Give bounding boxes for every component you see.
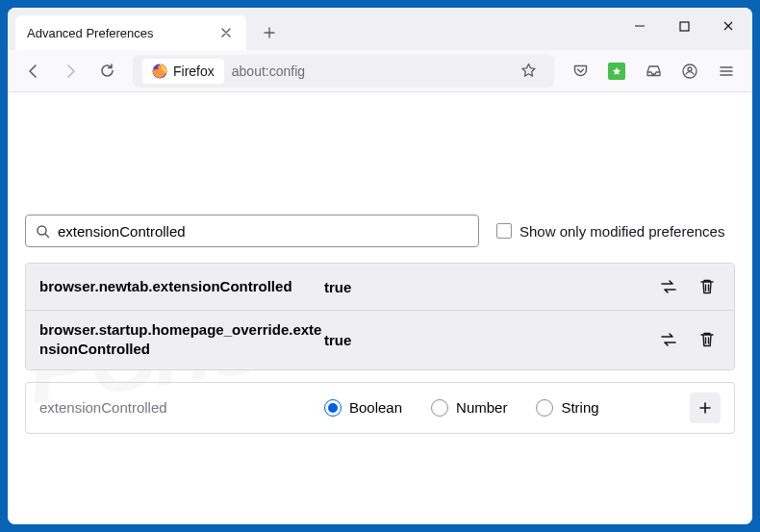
minimize-icon bbox=[634, 20, 646, 32]
toggle-icon bbox=[659, 279, 678, 294]
pref-actions bbox=[655, 326, 721, 353]
tab-advanced-preferences[interactable]: Advanced Preferences bbox=[15, 15, 246, 50]
minimize-button[interactable] bbox=[618, 8, 662, 44]
maximize-icon bbox=[679, 21, 690, 32]
hamburger-icon bbox=[719, 63, 734, 79]
trash-icon bbox=[699, 331, 715, 348]
firefox-icon bbox=[152, 63, 167, 79]
svg-rect-0 bbox=[680, 22, 689, 31]
search-input[interactable] bbox=[58, 223, 469, 240]
delete-button[interactable] bbox=[694, 326, 721, 353]
search-icon bbox=[36, 224, 50, 239]
pref-value: true bbox=[324, 332, 655, 348]
type-boolean[interactable]: Boolean bbox=[324, 399, 402, 417]
radio-label: Boolean bbox=[349, 399, 402, 416]
toggle-button[interactable] bbox=[655, 326, 682, 353]
plus-icon bbox=[698, 401, 712, 415]
maximize-button[interactable] bbox=[662, 8, 706, 44]
window-controls bbox=[618, 8, 750, 44]
extension-icon bbox=[608, 63, 625, 80]
pref-row: browser.startup.homepage_override.extens… bbox=[26, 310, 734, 369]
svg-point-2 bbox=[688, 67, 692, 71]
url-text: about:config bbox=[232, 63, 512, 79]
show-modified-checkbox[interactable]: Show only modified preferences bbox=[496, 223, 724, 240]
tab-title: Advanced Preferences bbox=[27, 26, 154, 40]
inbox-icon bbox=[646, 63, 662, 79]
type-radio-group: Boolean Number String bbox=[324, 399, 690, 417]
nav-bar: Firefox about:config bbox=[8, 50, 752, 92]
close-icon bbox=[220, 27, 232, 38]
toggle-icon bbox=[659, 332, 678, 347]
tab-bar: Advanced Preferences bbox=[8, 8, 752, 50]
pocket-button[interactable] bbox=[564, 55, 596, 88]
bookmark-button[interactable] bbox=[512, 55, 545, 88]
radio-label: Number bbox=[456, 399, 507, 416]
search-box[interactable] bbox=[25, 215, 479, 247]
search-row: Show only modified preferences bbox=[25, 215, 735, 247]
pocket-icon bbox=[572, 63, 589, 79]
radio-label: String bbox=[561, 399, 598, 416]
checkbox-label: Show only modified preferences bbox=[519, 223, 724, 240]
forward-button[interactable] bbox=[54, 55, 87, 88]
plus-icon bbox=[263, 26, 276, 39]
new-tab-button[interactable] bbox=[254, 17, 285, 48]
type-number[interactable]: Number bbox=[431, 399, 507, 417]
pref-name: browser.startup.homepage_override.extens… bbox=[39, 320, 324, 360]
new-pref-name: extensionControlled bbox=[39, 399, 324, 416]
identity-label: Firefox bbox=[173, 63, 215, 79]
radio-icon bbox=[324, 399, 342, 417]
account-button[interactable] bbox=[673, 55, 706, 88]
trash-icon bbox=[699, 278, 715, 295]
close-tab-button[interactable] bbox=[217, 24, 235, 41]
pref-actions bbox=[655, 273, 721, 300]
account-icon bbox=[681, 63, 698, 80]
radio-icon bbox=[431, 399, 448, 417]
pref-value: true bbox=[324, 279, 655, 295]
star-icon bbox=[520, 63, 537, 79]
forward-icon bbox=[62, 63, 79, 80]
reload-button[interactable] bbox=[90, 55, 123, 88]
add-preference-button[interactable] bbox=[690, 393, 721, 423]
reload-icon bbox=[99, 63, 115, 79]
close-icon bbox=[722, 20, 734, 32]
checkbox-icon bbox=[496, 223, 512, 239]
delete-button[interactable] bbox=[694, 273, 721, 300]
toggle-button[interactable] bbox=[655, 273, 682, 300]
radio-icon bbox=[536, 399, 553, 417]
extensions-button[interactable] bbox=[600, 55, 633, 88]
app-menu-button[interactable] bbox=[710, 55, 743, 88]
new-preference-row: extensionControlled Boolean Number Strin… bbox=[25, 382, 735, 434]
pref-row: browser.newtab.extensionControlled true bbox=[26, 264, 734, 310]
downloads-button[interactable] bbox=[637, 55, 670, 88]
preferences-list: browser.newtab.extensionControlled true … bbox=[25, 263, 735, 370]
url-bar[interactable]: Firefox about:config bbox=[133, 55, 554, 88]
back-icon bbox=[25, 63, 42, 80]
type-string[interactable]: String bbox=[536, 399, 598, 417]
back-button[interactable] bbox=[17, 55, 50, 88]
browser-window: Advanced Preferences Firefox bbox=[8, 8, 752, 524]
close-window-button[interactable] bbox=[706, 8, 750, 44]
site-identity[interactable]: Firefox bbox=[142, 59, 224, 84]
config-content: PCrisk.com Show only modified preference… bbox=[8, 92, 752, 524]
pref-name: browser.newtab.extensionControlled bbox=[39, 277, 324, 296]
